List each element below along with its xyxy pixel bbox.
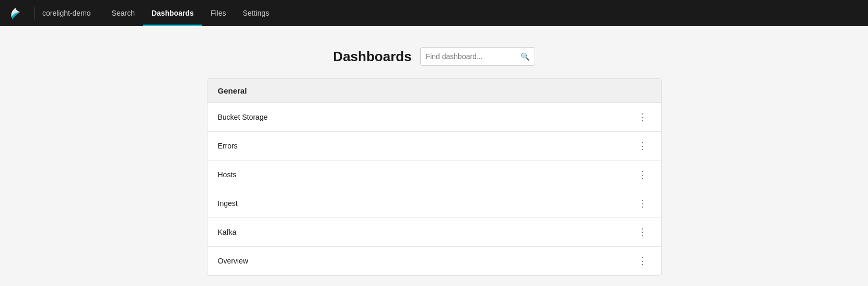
main-content: Dashboards 🔍 + New Dashboard General Buc…	[0, 26, 868, 286]
topnav: corelight-demo Search Dashboards Files S…	[0, 0, 868, 26]
table-row[interactable]: Ingest ⋮	[207, 189, 661, 218]
table-row[interactable]: Overview ⋮	[207, 247, 661, 275]
row-menu-icon[interactable]: ⋮	[634, 226, 651, 238]
dashboard-search-input[interactable]	[426, 52, 518, 61]
row-menu-icon[interactable]: ⋮	[634, 169, 651, 180]
table-row[interactable]: Bucket Storage ⋮	[207, 103, 661, 132]
table-row[interactable]: Errors ⋮	[207, 132, 661, 161]
app-logo	[8, 6, 23, 20]
nav-search[interactable]: Search	[103, 0, 143, 26]
dashboard-name: Bucket Storage	[218, 113, 268, 121]
row-menu-icon[interactable]: ⋮	[634, 140, 651, 152]
dashboard-name: Hosts	[218, 170, 237, 179]
nav-dashboards[interactable]: Dashboards	[143, 0, 202, 26]
nav-links: Search Dashboards Files Settings	[103, 0, 277, 26]
dashboard-search-box[interactable]: 🔍	[420, 47, 535, 66]
row-menu-icon[interactable]: ⋮	[634, 198, 651, 209]
workspace-label: corelight-demo	[42, 9, 91, 17]
search-icon: 🔍	[520, 52, 529, 61]
nav-settings[interactable]: Settings	[234, 0, 277, 26]
dashboard-table: General Bucket Storage ⋮ Errors ⋮ Hosts …	[207, 78, 662, 276]
dashboard-name: Kafka	[218, 228, 237, 236]
nav-files[interactable]: Files	[202, 0, 235, 26]
logo-icon	[8, 6, 23, 20]
dashboard-name: Ingest	[218, 199, 238, 208]
dashboard-name: Errors	[218, 142, 238, 150]
nav-divider	[34, 7, 35, 19]
row-menu-icon[interactable]: ⋮	[634, 111, 651, 123]
page-title: Dashboards	[333, 49, 411, 65]
row-menu-icon[interactable]: ⋮	[634, 255, 651, 267]
table-row[interactable]: Hosts ⋮	[207, 161, 661, 189]
group-header-general: General	[207, 79, 661, 103]
dashboard-name: Overview	[218, 257, 248, 265]
table-row[interactable]: Kafka ⋮	[207, 218, 661, 247]
page-header: Dashboards 🔍 + New Dashboard	[207, 47, 662, 66]
